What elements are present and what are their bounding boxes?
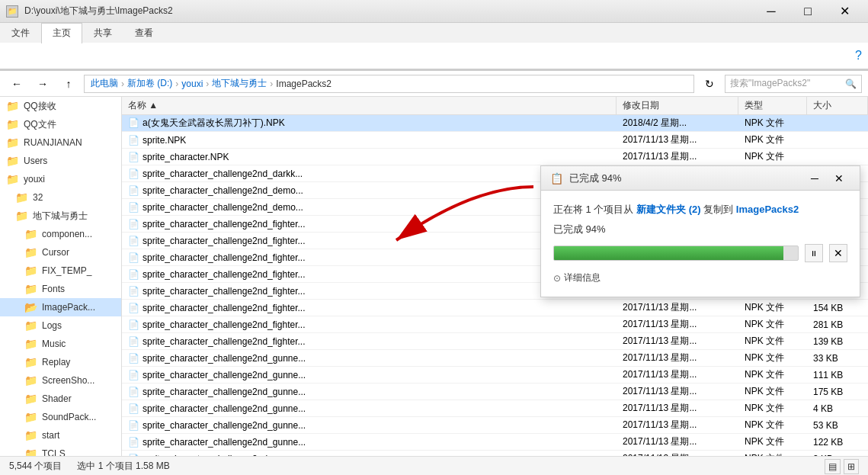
table-row[interactable]: 📄sprite_character_challenge2nd_fighter..…	[122, 300, 868, 316]
copy-dialog-controls: ─ ✕	[803, 168, 850, 189]
sidebar-item-screenshot[interactable]: 📁 ScreenSho...	[0, 371, 121, 390]
file-date: 2017/11/13 星期...	[617, 385, 738, 398]
ribbon-tabs: 文件 主页 共享 查看	[0, 23, 868, 43]
col-header-name[interactable]: 名称 ▲	[122, 97, 617, 114]
pause-button[interactable]: ⏸	[805, 244, 823, 262]
sidebar-item-label: Fonts	[42, 284, 65, 294]
ribbon-content: ?	[0, 43, 868, 70]
sidebar-item-start[interactable]: 📁 start	[0, 426, 121, 445]
sidebar-item-label: RUANJIANAN	[24, 137, 82, 148]
address-breadcrumb[interactable]: 此电脑 › 新加卷 (D:) › youxi › 地下城与勇士 › ImageP…	[84, 75, 694, 93]
table-row[interactable]: 📄sprite_character_challenge2nd_fighter..…	[122, 316, 868, 333]
view-tiles-icon[interactable]: ⊞	[844, 459, 859, 474]
search-box[interactable]: 搜索"ImagePacks2" 🔍	[725, 75, 862, 93]
sidebar-item-fonts[interactable]: 📁 Fonts	[0, 280, 121, 298]
tab-share[interactable]: 共享	[82, 23, 123, 43]
sidebar-item-component[interactable]: 📁 componen...	[0, 225, 121, 243]
tab-home[interactable]: 主页	[41, 23, 82, 43]
tab-view[interactable]: 查看	[123, 23, 165, 43]
breadcrumb-youxi[interactable]: youxi	[181, 79, 203, 89]
col-header-size[interactable]: 大小	[807, 97, 868, 114]
title-bar-path: D:\youxi\地下城与勇士\ImagePacks2	[24, 5, 754, 18]
table-row[interactable]: 📄sprite_character.NPK 2017/11/13 星期... N…	[122, 149, 868, 165]
status-bar: 5,544 个项目 选中 1 个项目 1.58 MB ▤ ⊞	[0, 456, 868, 475]
sidebar-item-logs[interactable]: 📁 Logs	[0, 316, 121, 335]
sidebar-item-qq-file[interactable]: 📁 QQ文件	[0, 115, 121, 133]
table-row[interactable]: 📄sprite_character_challenge2nd_gunne... …	[122, 434, 868, 451]
file-type: NPK 文件	[738, 133, 807, 146]
file-type: NPK 文件	[738, 117, 807, 130]
file-size: 122 KB	[807, 437, 868, 448]
file-name: 📄sprite_character_challenge2nd_gunne...	[122, 454, 617, 457]
file-date: 2017/11/13 星期...	[617, 435, 738, 448]
sidebar-item-qq-receive[interactable]: 📁 QQ接收	[0, 97, 121, 115]
col-header-date[interactable]: 修改日期	[617, 97, 738, 114]
sidebar-item-imagepacks[interactable]: 📂 ImagePack...	[0, 298, 121, 316]
dialog-body: 正在将 1 个项目从 新建文件夹 (2) 复制到 ImagePacks2 已完成…	[541, 191, 860, 297]
table-row[interactable]: 📄sprite_character_challenge2nd_gunne... …	[122, 350, 868, 367]
search-icon[interactable]: 🔍	[845, 79, 857, 89]
table-row[interactable]: 📄sprite_character_challenge2nd_gunne... …	[122, 384, 868, 400]
close-button[interactable]: ✕	[827, 0, 862, 23]
sidebar-item-soundpack[interactable]: 📁 SoundPack...	[0, 408, 121, 426]
table-row[interactable]: 📄sprite_character_challenge2nd_gunne... …	[122, 451, 868, 456]
table-row[interactable]: 📄sprite_character_challenge2nd_gunne... …	[122, 367, 868, 384]
sidebar-item-fixtemp[interactable]: 📁 FIX_TEMP_	[0, 262, 121, 280]
sidebar-item-replay[interactable]: 📁 Replay	[0, 353, 121, 371]
folder-icon: 📁	[6, 136, 19, 149]
tab-file[interactable]: 文件	[0, 23, 41, 43]
file-date: 2017/11/13 星期...	[617, 368, 738, 381]
sidebar-item-32[interactable]: 📁 32	[0, 188, 121, 207]
col-header-type[interactable]: 类型	[738, 97, 807, 114]
sidebar-item-youxi[interactable]: 📁 youxi	[0, 170, 121, 188]
file-date: 2017/11/13 星期...	[617, 335, 738, 348]
file-type: NPK 文件	[738, 452, 807, 456]
dialog-minimize-button[interactable]: ─	[803, 168, 826, 189]
file-name: 📄sprite_character_challenge2nd_gunne...	[122, 403, 617, 414]
main-area: 📁 QQ接收 📁 QQ文件 📁 RUANJIANAN 📁 Users 📁 you…	[0, 97, 868, 456]
folder-icon: 📁	[24, 246, 37, 258]
file-name: 📄sprite_character_challenge2nd_fighter..…	[122, 336, 617, 347]
folder-icon: 📁	[24, 265, 37, 277]
details-toggle[interactable]: ⊙ 详细信息	[553, 271, 847, 284]
copy-source[interactable]: 新建文件夹 (2)	[636, 204, 701, 215]
sidebar-item-label: SoundPack...	[42, 412, 96, 422]
refresh-button[interactable]: ↻	[699, 75, 720, 93]
file-date: 2017/11/13 星期...	[617, 301, 738, 314]
sidebar-item-shader[interactable]: 📁 Shader	[0, 390, 121, 408]
table-row[interactable]: 📄sprite_character_challenge2nd_fighter..…	[122, 333, 868, 350]
view-details-icon[interactable]: ▤	[825, 459, 841, 474]
file-date: 2017/11/13 星期...	[617, 419, 738, 432]
minimize-button[interactable]: ─	[754, 0, 789, 23]
file-size: 3 KB	[807, 454, 868, 457]
table-row[interactable]: 📄sprite_character_challenge2nd_gunne... …	[122, 417, 868, 434]
sidebar-item-tcls[interactable]: 📁 TCLS	[0, 445, 121, 456]
maximize-button[interactable]: □	[790, 0, 825, 23]
file-name: 📄sprite_character_challenge2nd_gunne...	[122, 420, 617, 431]
file-name: 📄a(女鬼天全武器改长黑刀补丁).NPK	[122, 117, 617, 130]
sidebar-item-game[interactable]: 📁 地下城与勇士	[0, 207, 121, 225]
forward-button[interactable]: →	[32, 75, 53, 93]
dialog-close-button[interactable]: ✕	[828, 168, 850, 189]
file-date: 2017/11/13 星期...	[617, 402, 738, 415]
breadcrumb-game[interactable]: 地下城与勇士	[212, 77, 267, 90]
sidebar-item-cursor[interactable]: 📁 Cursor	[0, 243, 121, 262]
sidebar-item-music[interactable]: 📁 Music	[0, 335, 121, 353]
up-button[interactable]: ↑	[58, 75, 79, 93]
table-row[interactable]: 📄a(女鬼天全武器改长黑刀补丁).NPK 2018/4/2 星期... NPK …	[122, 115, 868, 132]
file-size: 139 KB	[807, 336, 868, 347]
file-type: NPK 文件	[738, 301, 807, 314]
table-row[interactable]: 📄sprite_character_challenge2nd_gunne... …	[122, 400, 868, 417]
folder-icon: 📁	[6, 173, 19, 185]
sidebar-item-ruan[interactable]: 📁 RUANJIANAN	[0, 133, 121, 152]
file-type: NPK 文件	[738, 318, 807, 331]
sidebar-item-users[interactable]: 📁 Users	[0, 152, 121, 170]
table-row[interactable]: 📄sprite.NPK 2017/11/13 星期... NPK 文件	[122, 132, 868, 149]
breadcrumb-pc[interactable]: 此电脑	[91, 77, 118, 90]
copy-dest[interactable]: ImagePacks2	[736, 204, 799, 215]
cancel-button[interactable]: ✕	[829, 244, 847, 262]
back-button[interactable]: ←	[6, 75, 27, 93]
ribbon-help-icon[interactable]: ?	[855, 49, 862, 63]
breadcrumb-d[interactable]: 新加卷 (D:)	[127, 77, 172, 90]
file-size: 281 KB	[807, 319, 868, 330]
